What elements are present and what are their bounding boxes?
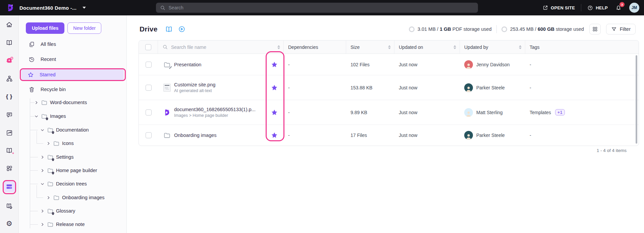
row-checkbox[interactable] bbox=[146, 85, 152, 91]
sort-updated-on[interactable] bbox=[453, 45, 456, 49]
table-row[interactable]: Presentation - 102 Files Just now Jenny … bbox=[139, 54, 639, 75]
tree-item-decision-trees[interactable]: Decision trees bbox=[19, 178, 125, 190]
chevron-right-icon[interactable] bbox=[40, 209, 45, 213]
files-table: Dependencies Size Updated on Updated by … bbox=[139, 40, 639, 146]
tree-item-release-note[interactable]: Release note bbox=[19, 218, 125, 230]
file-name[interactable]: document360_1682665505133(1).p... bbox=[174, 107, 256, 112]
help-button[interactable]: HELP bbox=[587, 5, 608, 11]
select-all-checkbox[interactable] bbox=[145, 44, 151, 50]
knowledge-base-icon[interactable] bbox=[4, 37, 15, 48]
analytics-icon[interactable] bbox=[4, 127, 15, 139]
external-link-icon bbox=[543, 5, 548, 10]
settings-icon[interactable]: ⚙ bbox=[4, 218, 15, 229]
brand[interactable]: Document360 Demo -... bbox=[0, 3, 86, 12]
folder-icon bbox=[47, 180, 54, 187]
tree-item-glossary[interactable]: Glossary bbox=[19, 205, 125, 217]
table-row[interactable]: Customize site.pngAI generated alt-text … bbox=[139, 75, 639, 100]
global-search[interactable] bbox=[156, 3, 478, 13]
tree-item-label: Word-documents bbox=[50, 100, 87, 105]
knowledge-base-settings-icon[interactable] bbox=[4, 200, 15, 212]
chevron-right-icon[interactable] bbox=[34, 100, 39, 105]
row-checkbox[interactable] bbox=[146, 132, 152, 138]
sidebar-item-recycle-bin[interactable]: Recycle bin bbox=[22, 83, 123, 95]
file-name[interactable]: Presentation bbox=[174, 62, 201, 67]
chevron-right-icon[interactable] bbox=[46, 141, 51, 146]
sort-updated-by[interactable] bbox=[519, 45, 522, 49]
open-site-button[interactable]: OPEN SITE bbox=[543, 5, 575, 10]
video-tutorial-icon[interactable] bbox=[178, 25, 185, 33]
home-icon[interactable] bbox=[4, 19, 15, 30]
pdf-storage-usage: 3.01 MB / 1 GB PDF storage used bbox=[409, 26, 492, 32]
chevron-down-icon[interactable] bbox=[83, 7, 86, 9]
items-count: 1 - 4 of 4 items bbox=[597, 148, 627, 153]
drive-icon[interactable] bbox=[4, 181, 15, 192]
chevron-down-icon[interactable] bbox=[40, 182, 45, 186]
chevron-down-icon[interactable] bbox=[40, 128, 45, 132]
sidebar-item-all-files[interactable]: All files bbox=[22, 38, 123, 50]
docs-guide-icon[interactable] bbox=[165, 25, 173, 33]
widgets-icon[interactable] bbox=[4, 163, 15, 174]
tree-item-documentation[interactable]: Documentation bbox=[19, 124, 125, 136]
size-column-header[interactable]: Size bbox=[346, 41, 394, 54]
file-subtitle: Images > Home page builder bbox=[174, 113, 256, 118]
tree-item-onboarding-images[interactable]: Onboarding images bbox=[19, 191, 125, 204]
api-docs-icon[interactable]: { } bbox=[4, 91, 15, 102]
tree-item-label: Icons bbox=[62, 141, 74, 146]
upload-files-button[interactable]: Upload files bbox=[26, 22, 64, 34]
sort-size[interactable] bbox=[388, 45, 391, 49]
updated-on-column-header[interactable]: Updated on bbox=[394, 41, 460, 54]
tree-item-label: Glossary bbox=[56, 208, 75, 214]
tags-more-badge[interactable]: +1 bbox=[555, 109, 565, 115]
updated-on-value: Just now bbox=[394, 54, 460, 75]
folder-edit-icon bbox=[163, 61, 171, 68]
file-name[interactable]: Customize site.png bbox=[174, 82, 215, 87]
global-search-input[interactable] bbox=[169, 5, 474, 10]
file-name[interactable]: Onboarding images bbox=[174, 133, 217, 138]
chevron-right-icon[interactable] bbox=[40, 168, 45, 173]
starred-icon[interactable] bbox=[271, 132, 278, 139]
new-folder-button[interactable]: New folder bbox=[67, 22, 101, 34]
notifications-button[interactable]: 3 bbox=[615, 4, 622, 11]
size-value: 9.89 KB bbox=[346, 100, 394, 125]
chevron-right-icon[interactable] bbox=[40, 155, 45, 159]
starred-icon[interactable] bbox=[271, 61, 278, 68]
help-label: HELP bbox=[596, 5, 608, 10]
starred-icon[interactable] bbox=[271, 84, 278, 91]
grid-view-button[interactable] bbox=[589, 24, 601, 34]
updated-on-value: Just now bbox=[394, 100, 460, 125]
chevron-right-icon[interactable] bbox=[40, 222, 45, 227]
project-title[interactable]: Document360 Demo -... bbox=[19, 5, 76, 11]
sidebar-item-recent[interactable]: Recent bbox=[22, 53, 123, 65]
dependencies-column-header: Dependencies bbox=[284, 41, 346, 54]
chevron-down-icon[interactable] bbox=[34, 114, 39, 119]
table-row[interactable]: Onboarding images - 17 Files Just now Pa… bbox=[139, 125, 639, 146]
eddy-ai-icon[interactable] bbox=[4, 55, 15, 66]
file-search-input[interactable] bbox=[171, 45, 274, 50]
table-scrollbar[interactable] bbox=[636, 55, 637, 144]
tree-item-home-page-builder[interactable]: Home page builder bbox=[19, 164, 125, 176]
tree-item-images[interactable]: Images bbox=[19, 110, 125, 122]
workflow-icon[interactable] bbox=[4, 73, 15, 84]
size-value: 153.88 KB bbox=[346, 75, 394, 100]
filter-button[interactable]: Filter bbox=[606, 24, 636, 34]
sort-file-name[interactable] bbox=[277, 45, 280, 49]
tree-item-label: Release note bbox=[56, 222, 85, 227]
row-checkbox[interactable] bbox=[146, 109, 152, 115]
tree-item-settings[interactable]: Settings bbox=[19, 151, 125, 163]
table-row[interactable]: document360_1682665505133(1).p...Images … bbox=[139, 100, 639, 125]
chevron-right-icon[interactable] bbox=[46, 196, 51, 200]
row-checkbox[interactable] bbox=[146, 62, 152, 68]
tree-item-icons[interactable]: Icons bbox=[19, 137, 125, 149]
tree-item-label: Documentation bbox=[56, 127, 89, 133]
feedback-icon[interactable] bbox=[4, 109, 15, 121]
drive-main: Drive 3.01 MB / 1 GB PDF storage used 25… bbox=[127, 15, 644, 233]
grid-icon bbox=[592, 26, 598, 32]
starred-icon[interactable] bbox=[271, 109, 278, 116]
file-name-column-header[interactable] bbox=[158, 41, 284, 54]
tree-item-word-documents[interactable]: Word-documents bbox=[19, 96, 125, 108]
user-avatar[interactable]: JM bbox=[629, 3, 639, 13]
sidebar-item-starred[interactable]: Starred bbox=[21, 69, 124, 81]
documentation-ai-icon[interactable] bbox=[4, 145, 15, 156]
updated-by-column-header[interactable]: Updated by bbox=[460, 41, 525, 54]
user-avatar bbox=[464, 83, 473, 92]
